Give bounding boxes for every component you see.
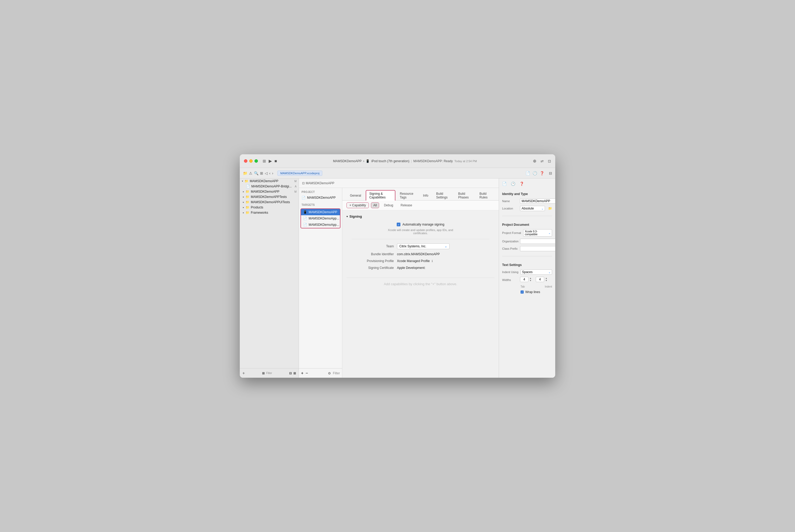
- signing-content: ▾ Signing ✓ Automatically manage signing…: [342, 210, 499, 378]
- indent-stepper-arrows[interactable]: ▲▼: [545, 277, 547, 282]
- sidebar-item-products[interactable]: 📁 Products: [240, 205, 299, 210]
- nav-back-icon[interactable]: ‹: [269, 171, 270, 175]
- targets-section-header: TARGETS: [299, 201, 342, 207]
- warning-icon[interactable]: ⚠: [249, 171, 252, 175]
- tab-info[interactable]: Info: [420, 192, 432, 199]
- folder-icon[interactable]: 📁: [243, 171, 247, 175]
- sidebar-mamsdkdemoapp-badge: M: [295, 190, 297, 193]
- project-item[interactable]: 📄 MAMSDKDemoAPP: [299, 194, 342, 201]
- remove-target-btn[interactable]: −: [305, 371, 308, 376]
- add-sidebar-item-btn[interactable]: +: [242, 371, 245, 376]
- inspector-prefix-row: Class Prefix: [502, 246, 552, 251]
- team-dropdown[interactable]: Citrix Systems, Inc. ⌄: [397, 243, 450, 249]
- sidebar-item-uitests[interactable]: 📁 MAMSDKDemoAPPUITests: [240, 200, 299, 205]
- sidebar-mamsdkdemoapp-label: MAMSDKDemoAPP: [251, 190, 293, 193]
- wrap-lines-checkbox[interactable]: ✓: [520, 290, 524, 293]
- provisioning-info-icon[interactable]: ℹ: [432, 260, 433, 263]
- quick-help-icon[interactable]: ❓: [519, 182, 524, 186]
- bundle-id-row: Bundle Identifier com.citrix.MAMSDKDemoA…: [352, 252, 489, 256]
- tab-stepper: ▲▼: [520, 277, 532, 282]
- tab-build-rules[interactable]: Build Rules: [476, 190, 494, 201]
- indent-select[interactable]: Spaces ⌄: [520, 269, 552, 275]
- build-status: MAMSDKDemoAPP: Ready: [413, 159, 453, 163]
- sidebar-item-root[interactable]: 📁 MAMSDKDemoAPP M: [240, 178, 299, 184]
- split-icon[interactable]: ⇄: [541, 159, 544, 163]
- tab-stepper-arrows[interactable]: ▲▼: [529, 277, 532, 282]
- indent-using-row: Indent Using Spaces ⌄: [502, 269, 552, 275]
- signing-form: ✓ Automatically manage signing Xcode wil…: [346, 223, 494, 270]
- chevron-down-icon-location: ⌄: [541, 207, 544, 210]
- sidebar-options-icon[interactable]: ⊟: [289, 372, 292, 375]
- target-item-2[interactable]: 📄 MAMSDKDemoApp...: [301, 215, 340, 222]
- target-item-main[interactable]: 📱 MAMSDKDemoAPP: [301, 209, 340, 215]
- sidebar-toggle-icon[interactable]: ⊞: [263, 159, 266, 164]
- stop-button[interactable]: ■: [275, 159, 277, 164]
- run-button[interactable]: ▶: [269, 158, 272, 164]
- clock-icon[interactable]: 🕐: [533, 171, 537, 175]
- nav-forward-icon[interactable]: ›: [272, 171, 273, 175]
- disclosure-signing[interactable]: ▾: [346, 215, 348, 218]
- prefix-input[interactable]: [520, 246, 555, 251]
- indent-width-input[interactable]: [536, 277, 544, 282]
- maximize-button[interactable]: [254, 159, 258, 163]
- search-icon[interactable]: 🔍: [254, 171, 259, 175]
- file-icon-bridging: 📄: [246, 185, 250, 188]
- format-value: Xcode 9.3-compatible: [525, 230, 548, 236]
- sidebar-item-frameworks[interactable]: 📁 Frameworks: [240, 210, 299, 215]
- tab-general[interactable]: General: [346, 192, 365, 199]
- text-settings-title: Text Settings: [502, 263, 552, 267]
- target-item-3[interactable]: 📄 MAMSDKDemoApp...: [301, 222, 340, 228]
- location-value: Absolute: [522, 207, 534, 210]
- location-label: Location: [502, 207, 518, 210]
- sidebar-footer: + ⊞ Filter ⊟ ⊞: [240, 368, 299, 378]
- help-icon[interactable]: ❓: [540, 171, 544, 175]
- project-item-label: MAMSDKDemoAPP: [307, 196, 336, 200]
- folder-icon-frameworks: 📁: [246, 211, 249, 214]
- tab-signing[interactable]: Signing & Capabilities: [366, 190, 395, 201]
- signing-cert-row: Signing Certificate Apple Development:: [352, 266, 489, 270]
- add-icon[interactable]: ⊕: [533, 158, 536, 164]
- folder-icon-tests: 📁: [246, 195, 249, 199]
- org-input[interactable]: [520, 239, 555, 244]
- minimize-button[interactable]: [249, 159, 253, 163]
- inspector-name-row: Name: [502, 198, 552, 204]
- team-row: Team Citrix Systems, Inc. ⌄: [352, 243, 489, 249]
- panel-toggle-left[interactable]: ⊡: [302, 182, 305, 185]
- team-value: Citrix Systems, Inc.: [399, 244, 427, 248]
- sidebar-item-bridging[interactable]: 📄 MAMSDKDemoAPP-Bridgi... A: [240, 184, 299, 189]
- file-tab[interactable]: MAMSDKDemoAPP.xcodeproj: [277, 171, 322, 176]
- tab-build-phases[interactable]: Build Phases: [455, 190, 475, 201]
- panel-toggle-icon[interactable]: ⊡: [548, 159, 551, 163]
- location-select[interactable]: Absolute ⌄: [520, 206, 545, 211]
- sidebar-tests-label: MAMSDKDemoAPPTests: [251, 195, 297, 199]
- target-icon-main: 📱: [303, 210, 307, 214]
- filter-sidebar-btn[interactable]: ⊞: [262, 372, 265, 375]
- tab-build-settings[interactable]: Build Settings: [433, 190, 454, 201]
- sidebar-item-mamsdkdemoapp[interactable]: 📁 MAMSDKDemoAPP M: [240, 189, 299, 194]
- indent-value: Spaces: [522, 270, 533, 274]
- release-button[interactable]: Release: [398, 203, 415, 208]
- diff-icon[interactable]: ⊞: [260, 171, 263, 175]
- close-button[interactable]: [244, 159, 247, 163]
- all-filter-button[interactable]: All: [371, 203, 379, 208]
- auto-manage-checkbox[interactable]: ✓: [397, 223, 400, 226]
- tab-width-input[interactable]: [520, 277, 528, 282]
- file-inspector-icon[interactable]: 📄: [502, 182, 507, 186]
- status-time: Today at 2:54 PM: [454, 159, 477, 163]
- name-label: Name: [502, 200, 518, 203]
- name-input[interactable]: [520, 198, 555, 204]
- debug-button[interactable]: Debug: [381, 203, 396, 208]
- folder-icon-uitests: 📁: [246, 200, 249, 204]
- history-inspector-icon[interactable]: 🕐: [511, 182, 515, 186]
- source-icon[interactable]: ◁: [265, 171, 268, 175]
- folder-browse-icon[interactable]: 📁: [548, 207, 552, 210]
- sidebar-add-group-icon[interactable]: ⊞: [294, 372, 296, 375]
- format-select[interactable]: Xcode 9.3-compatible ⌄: [523, 229, 552, 236]
- target-icon-2: 📄: [303, 216, 307, 220]
- tab-resource-tags[interactable]: Resource Tags: [396, 190, 418, 201]
- add-target-btn[interactable]: +: [301, 371, 303, 376]
- sidebar-item-tests[interactable]: 📁 MAMSDKDemoAPPTests: [240, 194, 299, 200]
- inspector-icons-right[interactable]: 📄: [526, 171, 530, 175]
- right-panel-toggle[interactable]: ⊟: [549, 171, 552, 175]
- add-capability-button[interactable]: + Capability: [346, 203, 369, 208]
